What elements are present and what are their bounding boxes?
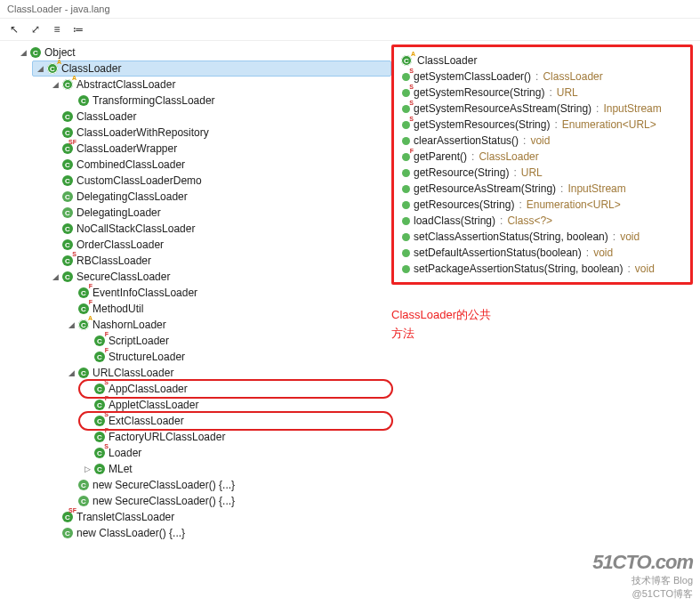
member-item[interactable]: FgetParent():ClassLoader bbox=[399, 149, 685, 165]
member-signature: getSystemResources(String) bbox=[414, 118, 550, 131]
method-icon bbox=[399, 134, 412, 147]
tree-item[interactable]: CNoCallStackClassLoader bbox=[48, 221, 391, 237]
separator: : bbox=[519, 198, 521, 211]
tb-view-icon[interactable]: ≔ bbox=[69, 20, 87, 38]
member-item[interactable]: setDefaultAssertionStatus(boolean):void bbox=[399, 245, 685, 261]
tree-item[interactable]: CCombinedClassLoader bbox=[48, 157, 391, 173]
class-icon: C bbox=[28, 45, 43, 60]
tree-item[interactable]: CCustomClassLoaderDemo bbox=[48, 173, 391, 189]
tree-item[interactable]: CSExtClassLoader bbox=[80, 413, 391, 429]
tree-item[interactable]: CDelegatingClassLoader bbox=[48, 189, 391, 205]
tb-history-icon[interactable]: ⤢ bbox=[27, 20, 44, 38]
tree-item[interactable]: COrderClassLoader bbox=[48, 237, 391, 253]
tree-item-label: ClassLoaderWithRepository bbox=[76, 126, 209, 139]
members-panel: CA ClassLoader SgetSystemClassLoader():C… bbox=[391, 44, 693, 285]
expander-icon[interactable]: ◢ bbox=[50, 80, 60, 89]
expander-icon[interactable]: ◢ bbox=[35, 64, 45, 73]
member-item[interactable]: SgetSystemResources(String):Enumeration<… bbox=[399, 117, 685, 133]
tree-item[interactable]: CClassLoader bbox=[48, 109, 391, 125]
method-icon: S bbox=[399, 118, 412, 131]
tree-item-label: ScriptLoader bbox=[109, 335, 169, 347]
tree-item[interactable]: CDelegatingLoader bbox=[48, 205, 391, 221]
tree-item[interactable]: CTransformingClassLoader bbox=[64, 93, 391, 109]
tree-item[interactable]: CSLoader bbox=[80, 445, 391, 461]
tree-item[interactable]: ◢CAAbstractClassLoader bbox=[48, 77, 391, 93]
class-icon: C bbox=[60, 174, 75, 188]
tree-item[interactable]: CSFTransletClassLoader bbox=[48, 509, 391, 525]
member-signature: setPackageAssertionStatus(String, boolea… bbox=[414, 263, 623, 275]
member-signature: getSystemResourceAsStream(String) bbox=[414, 102, 591, 115]
tree-item[interactable]: ◢CANashornLoader bbox=[64, 317, 391, 333]
class-icon: CF bbox=[76, 302, 91, 316]
separator: : bbox=[513, 166, 516, 179]
member-item[interactable]: SgetSystemResource(String):URL bbox=[399, 85, 685, 101]
tree-item[interactable]: ◢CURLClassLoader bbox=[64, 365, 391, 381]
tree-item-label: Object bbox=[44, 46, 76, 59]
tree-item-label: MLet bbox=[109, 463, 133, 475]
class-icon: C bbox=[60, 222, 75, 236]
member-item[interactable]: setPackageAssertionStatus(String, boolea… bbox=[399, 261, 685, 277]
tree-item[interactable]: ▷CMLet bbox=[80, 461, 391, 477]
tree-item[interactable]: CFScriptLoader bbox=[80, 333, 391, 349]
tree-item[interactable]: CFStructureLoader bbox=[80, 349, 391, 365]
tree-item-label: URLClassLoader bbox=[93, 367, 173, 379]
class-icon: CF bbox=[76, 286, 91, 300]
class-icon: C bbox=[60, 109, 75, 124]
separator: : bbox=[549, 86, 551, 99]
method-icon: S bbox=[399, 86, 412, 99]
method-icon bbox=[399, 198, 412, 211]
tree-item[interactable]: CFFactoryURLClassLoader bbox=[80, 429, 391, 445]
member-item[interactable]: setClassAssertionStatus(String, boolean)… bbox=[399, 229, 685, 245]
tree-item[interactable]: ◢CAClassLoader bbox=[32, 61, 391, 77]
class-icon: CF bbox=[93, 350, 107, 364]
tree-item[interactable]: ◢CObject bbox=[16, 44, 391, 61]
separator: : bbox=[596, 102, 599, 115]
class-icon: CF bbox=[93, 398, 107, 412]
member-signature: getSystemResource(String) bbox=[414, 86, 544, 99]
expander-icon[interactable]: ◢ bbox=[66, 320, 76, 329]
member-item[interactable]: SgetSystemResourceAsStream(String):Input… bbox=[399, 101, 685, 117]
tree-item[interactable]: CFEventInfoClassLoader bbox=[64, 285, 391, 301]
tree-item-label: AbstractClassLoader bbox=[76, 78, 175, 91]
expander-icon[interactable]: ◢ bbox=[18, 48, 28, 57]
tree-item[interactable]: CSAppClassLoader bbox=[80, 381, 391, 397]
tb-layout-icon[interactable]: ≡ bbox=[48, 20, 66, 38]
member-return-type: Enumeration<URL> bbox=[527, 198, 621, 211]
tree-item[interactable]: Cnew SecureClassLoader() {...} bbox=[64, 493, 391, 509]
tree-item[interactable]: CFAppletClassLoader bbox=[80, 397, 391, 413]
member-return-type: URL bbox=[557, 86, 578, 99]
member-item[interactable]: getResource(String):URL bbox=[399, 165, 685, 181]
tree-item[interactable]: Cnew ClassLoader() {...} bbox=[48, 525, 391, 541]
member-signature: loadClass(String) bbox=[414, 214, 495, 227]
tree-item-label: CombinedClassLoader bbox=[76, 158, 185, 171]
member-return-type: InputStream bbox=[567, 182, 625, 195]
tree-item-label: new ClassLoader() {...} bbox=[76, 527, 185, 539]
tree-item[interactable]: CSRBClassLoader bbox=[48, 253, 391, 269]
class-icon: CS bbox=[93, 414, 107, 428]
members-header-label: ClassLoader bbox=[417, 54, 477, 67]
tree-item-label: Loader bbox=[109, 447, 141, 459]
tree-item-label: NoCallStackClassLoader bbox=[76, 222, 195, 235]
member-item[interactable]: loadClass(String):Class<?> bbox=[399, 213, 685, 229]
method-icon: F bbox=[399, 150, 412, 163]
member-signature: setClassAssertionStatus(String, boolean) bbox=[414, 230, 608, 243]
expander-icon[interactable]: ◢ bbox=[50, 272, 60, 281]
separator: : bbox=[471, 150, 474, 163]
member-item[interactable]: getResources(String):Enumeration<URL> bbox=[399, 197, 685, 213]
expander-icon[interactable]: ▷ bbox=[82, 465, 93, 473]
member-return-type: InputStream bbox=[603, 102, 661, 115]
tree-item[interactable]: ◢CSecureClassLoader bbox=[48, 269, 391, 285]
tree-item[interactable]: CFMethodUtil bbox=[64, 301, 391, 317]
anon-icon: C bbox=[76, 494, 91, 508]
member-item[interactable]: SgetSystemClassLoader():ClassLoader bbox=[399, 69, 685, 85]
tree-item-label: NashornLoader bbox=[93, 319, 166, 331]
expander-icon[interactable]: ◢ bbox=[66, 368, 76, 377]
member-item[interactable]: getResourceAsStream(String):InputStream bbox=[399, 181, 685, 197]
tree-item[interactable]: Cnew SecureClassLoader() {...} bbox=[64, 477, 391, 493]
tree-item[interactable]: CSFClassLoaderWrapper bbox=[48, 141, 391, 157]
method-icon bbox=[399, 263, 412, 275]
member-item[interactable]: clearAssertionStatus():void bbox=[399, 133, 685, 149]
member-signature: getResourceAsStream(String) bbox=[414, 182, 556, 195]
tree-item[interactable]: CClassLoaderWithRepository bbox=[48, 125, 391, 141]
tb-focus-icon[interactable]: ↖ bbox=[5, 20, 23, 38]
